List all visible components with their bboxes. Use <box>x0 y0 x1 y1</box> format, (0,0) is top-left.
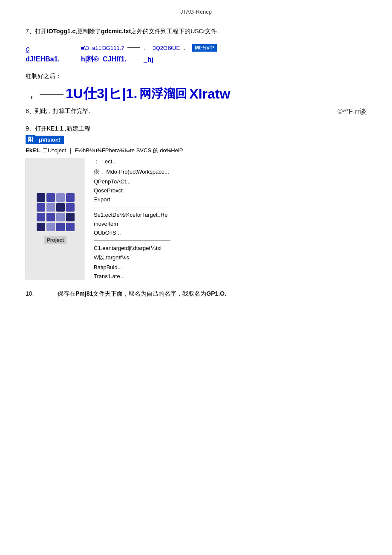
menu-h: h|料®_CJHff1. <box>81 55 127 64</box>
menu-separator-2 <box>94 240 170 241</box>
step7-section: 7、打开IOTogg1.c,更制除了gdcmic.txt之外的文件到工程下的US… <box>26 28 366 35</box>
f-label: F½hB½u¾FPhera¾I∞te <box>75 147 135 154</box>
icon-cell <box>37 193 45 202</box>
menu-item-10[interactable]: W以.targetf⅛s <box>94 254 170 262</box>
step8-right: ©ʷ*F-rr谈 <box>337 108 366 116</box>
big-line-section: ， —— 1U仕3|ヒ|1. 网浮溜回 XIratw 8、到此，打算工作完毕. … <box>26 84 366 116</box>
after-red-section: 红制好之后： <box>26 73 366 80</box>
menu-item-5[interactable]: Ξ×port <box>94 196 170 203</box>
dash: —— <box>40 87 63 101</box>
icon-cell <box>46 213 55 221</box>
step9-title: 9、打开KE1.1.,新建工程 <box>26 125 366 133</box>
page-header: JTAG-Rencp <box>26 9 366 15</box>
icon-grid <box>37 193 75 231</box>
project-label: Project <box>44 236 67 244</box>
step10-text1: 保存在 <box>58 290 75 297</box>
middle-col: ■\3≡a11!3G111.? 、 3Q2OI9UE 、 Mt-½vT² h|料… <box>81 44 366 64</box>
highlight-box: Mt-½vT² <box>192 44 217 52</box>
menu-item-9[interactable]: C1.eantargetdjf.dtarget⅓txi <box>94 245 170 251</box>
text3q: 3Q2OI9UE <box>153 45 180 51</box>
icon-cell <box>56 213 65 221</box>
menu-item-12[interactable]: Trans1.ate... <box>94 273 170 279</box>
project-content: Project ：：ect... 依， Mdo-Pro)ectWorkspace… <box>26 158 366 279</box>
icon-cell <box>46 223 55 231</box>
blue-d-label: dJ!EHBa1. <box>26 55 77 63</box>
yang-label: 阳 <box>26 135 35 144</box>
step10-content: 保存在Pmj81文件夹下面，取名为自己的名字，我取名为GP1.O. <box>58 290 366 298</box>
icon-cell <box>37 203 45 212</box>
icon-cell <box>66 203 75 212</box>
menu-item-7[interactable]: moveItem <box>94 221 170 227</box>
step9-section: 9、打开KE1.1.,新建工程 阳 μVision! EkE1. 二U^ojec… <box>26 125 366 279</box>
toolbar-line <box>127 47 140 48</box>
blue-c-letter: c <box>26 45 77 54</box>
icon-cell <box>66 193 75 202</box>
menu-hj: _hj <box>144 56 153 64</box>
step10-section: 10. 保存在Pmj81文件夹下面，取名为自己的名字，我取名为GP1.O. <box>26 290 366 298</box>
menu-item-3[interactable]: QPenpToACt... <box>94 178 170 185</box>
comma: ， <box>26 86 37 102</box>
step7-text: 7、打开IOTogg1.c,更制除了gdcmic.txt之外的文件到工程下的US… <box>26 28 366 35</box>
icon-cell <box>66 213 75 221</box>
eke-u: 二U^oject <box>42 147 66 154</box>
menu-row: h|料®_CJHff1. _hj <box>81 55 366 64</box>
menu-item-11[interactable]: BatιpBuid... <box>94 264 170 270</box>
menu-item-4[interactable]: QoseProxct <box>94 187 170 194</box>
sep1: ｜ <box>68 147 73 154</box>
icon-cell <box>66 223 75 231</box>
toolbar-section: c dJ!EHBa1. ■\3≡a11!3G111.? 、 3Q2OI9UE 、… <box>26 44 366 64</box>
left-col: c dJ!EHBa1. <box>26 45 77 63</box>
menu-separator <box>94 207 170 207</box>
menu-item-2[interactable]: 依， Mdo-Pro)ectWorkspace... <box>94 168 170 176</box>
step8-row: 8、到此，打算工作完毕. ©ʷ*F-rr谈 <box>26 108 366 116</box>
icon-cell <box>46 203 55 212</box>
svcs-of: 的 <box>153 147 159 154</box>
toolbar-row1: c dJ!EHBa1. ■\3≡a11!3G111.? 、 3Q2OI9UE 、… <box>26 44 366 64</box>
do-label: do%HeiP <box>160 147 183 154</box>
menu-item-8[interactable]: OUbOnS... <box>94 230 170 236</box>
eke-row: EkE1. 二U^oject ｜ F½hB½u¾FPhera¾I∞te SVCS… <box>26 147 366 154</box>
xiratw-text: XIratw <box>189 86 230 102</box>
step10-gp1o: GP1.O. <box>206 290 226 297</box>
blue-bold-text: 1U仕3|ヒ|1. <box>66 84 137 103</box>
punct1: 、 <box>144 44 149 52</box>
header-title: JTAG-Rencp <box>180 9 212 15</box>
icon-cell <box>56 193 65 202</box>
menu-item-6[interactable]: Se1.ectDe⅓¾ceforTarget..Re <box>94 212 170 218</box>
chinese-text: 网浮溜回 <box>139 86 187 102</box>
svcs-label: SVCS <box>136 147 151 154</box>
menu-item-1[interactable]: ：：ect... <box>94 158 170 166</box>
step10-pmj: Pmj81 <box>75 290 93 297</box>
vision-bar: 阳 μVision! <box>26 135 366 144</box>
after-red-text: 红制好之后： <box>26 73 61 79</box>
step10-number: 10. <box>26 290 51 298</box>
punct2: 、 <box>183 44 189 52</box>
project-icon-box: Project <box>26 158 85 279</box>
vision-label: μVision! <box>35 136 64 144</box>
icon-cell <box>56 203 65 212</box>
step10-text2: 文件夹下面，取名为自己的名字，我取名为 <box>93 290 206 297</box>
icon-cell <box>37 213 45 221</box>
eke-label: EkE1. <box>26 147 40 154</box>
icon-cell <box>37 223 45 231</box>
menu-list: ：：ect... 依， Mdo-Pro)ectWorkspace... QPen… <box>94 158 170 279</box>
symbols1: ■\3≡a11!3G111.? <box>81 45 124 51</box>
icon-cell <box>46 193 55 202</box>
icon-cell <box>56 223 65 231</box>
step8-text: 8、到此，打算工作完毕. <box>26 108 90 115</box>
big-mixed-line: ， —— 1U仕3|ヒ|1. 网浮溜回 XIratw <box>26 84 366 103</box>
symbols-row: ■\3≡a11!3G111.? 、 3Q2OI9UE 、 Mt-½vT² <box>81 44 366 52</box>
